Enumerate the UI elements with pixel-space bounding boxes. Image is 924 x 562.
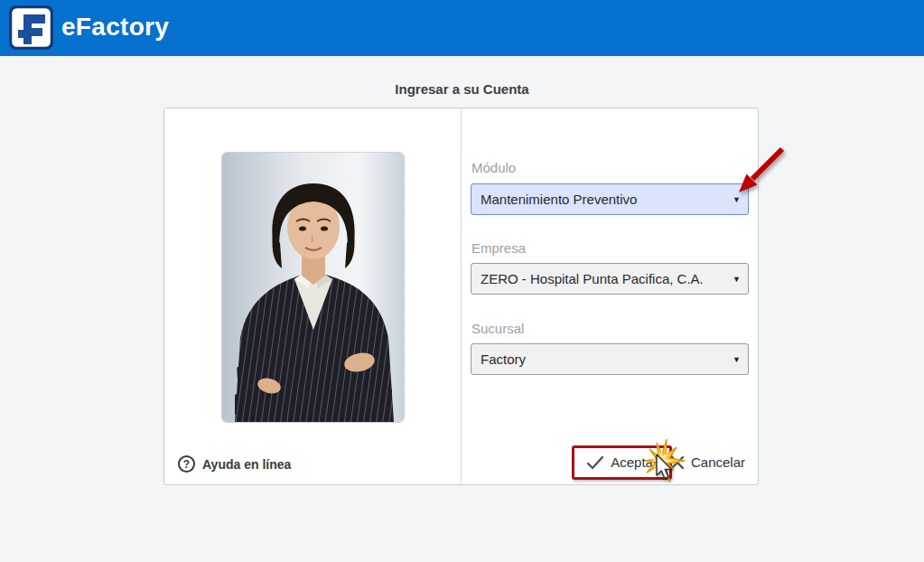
- module-select-value: Mantenimiento Preventivo: [481, 192, 637, 207]
- card-left-panel: ? Ayuda en línea: [164, 108, 462, 484]
- help-label: Ayuda en línea: [202, 457, 291, 472]
- accept-label: Aceptar: [611, 454, 658, 470]
- app-title: eFactory: [61, 0, 169, 56]
- branch-select[interactable]: Factory ▼: [471, 343, 749, 375]
- cancel-button[interactable]: Cancelar: [670, 454, 745, 470]
- accept-button[interactable]: Aceptar: [586, 454, 658, 470]
- branch-field-label: Sucursal: [471, 321, 524, 336]
- dropdown-arrow-icon: ▼: [733, 275, 741, 284]
- dropdown-arrow-icon: ▼: [733, 355, 741, 364]
- company-field-label: Empresa: [471, 240, 526, 256]
- card-right-panel: Módulo Mantenimiento Preventivo ▼ Empres…: [462, 108, 758, 484]
- module-field-label: Módulo: [471, 160, 516, 175]
- login-card: ? Ayuda en línea Módulo Mantenimiento Pr…: [163, 108, 759, 485]
- x-icon: [670, 455, 685, 470]
- app-header: eFactory: [0, 0, 924, 56]
- efactory-logo-icon: [9, 5, 53, 50]
- company-select-value: ZERO - Hospital Punta Pacifica, C.A.: [481, 271, 704, 286]
- module-select[interactable]: Mantenimiento Preventivo ▼: [471, 183, 749, 215]
- cancel-label: Cancelar: [691, 454, 745, 470]
- user-photo: [221, 152, 405, 423]
- dropdown-arrow-icon: ▼: [733, 195, 741, 204]
- page-title: Ingresar a su Cuenta: [0, 81, 924, 97]
- help-link[interactable]: ? Ayuda en línea: [178, 455, 291, 473]
- check-icon: [586, 455, 604, 470]
- question-icon: ?: [178, 455, 195, 473]
- branch-select-value: Factory: [481, 351, 526, 367]
- company-select[interactable]: ZERO - Hospital Punta Pacifica, C.A. ▼: [471, 263, 749, 295]
- button-row: Aceptar Cancelar: [586, 454, 745, 470]
